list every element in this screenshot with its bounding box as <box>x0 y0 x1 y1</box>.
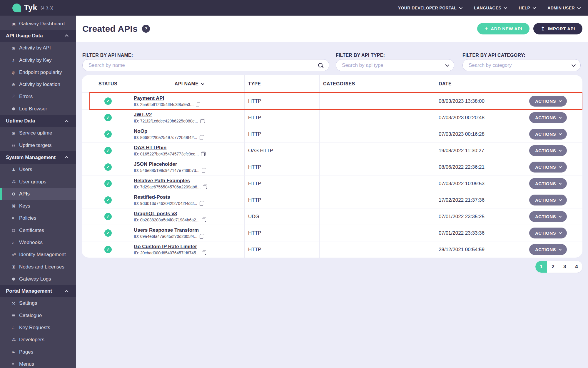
api-name-search-input[interactable] <box>88 62 318 68</box>
api-id-text: ID: 7d29ac67565045706a2209ab6... <box>134 185 201 189</box>
actions-button[interactable]: ACTIONS <box>529 244 567 255</box>
column-api-name[interactable]: API NAME <box>130 75 245 92</box>
topbar-menu-label: YOUR DEVELOPER PORTAL <box>398 6 457 10</box>
sidebar-item[interactable]: ❂ Certificates <box>0 224 76 236</box>
topbar-menu-item[interactable]: YOUR DEVELOPER PORTAL <box>398 6 462 10</box>
page-number[interactable]: 4 <box>571 261 582 273</box>
topbar-menu-label: ADMIN USER <box>547 6 575 10</box>
topbar-menu-item[interactable]: LANGUAGES <box>474 6 506 10</box>
sidebar-item[interactable]: ψ Endpoint popularity <box>0 66 76 78</box>
sidebar-item[interactable]: ⚙ APIs <box>0 188 76 200</box>
sidebar-item-label: Keys <box>19 203 30 209</box>
import-api-button[interactable]: IMPORT API <box>533 23 582 34</box>
actions-button[interactable]: ACTIONS <box>529 145 567 156</box>
sidebar-item-label: Service uptime <box>19 130 52 136</box>
copy-icon[interactable] <box>200 135 204 140</box>
sidebar-item[interactable]: Portal Management <box>0 285 76 297</box>
actions-button[interactable]: ACTIONS <box>529 195 567 205</box>
tyk-logo[interactable]: Tyk (4.3.3) <box>12 3 53 12</box>
copy-icon[interactable] <box>202 168 206 173</box>
sidebar-item[interactable]: ◉ Activity by API <box>0 42 76 54</box>
sidebar-item[interactable]: ☷ Uptime targets <box>0 139 76 151</box>
actions-cell: ACTIONS <box>510 159 582 175</box>
sidebar-item[interactable]: ⁂ User groups <box>0 176 76 188</box>
copy-icon[interactable] <box>201 119 205 123</box>
api-name-link[interactable]: Restified-Posts <box>134 194 170 200</box>
api-name-link[interactable]: JSON Placeholder <box>134 161 177 167</box>
actions-button[interactable]: ACTIONS <box>529 228 567 238</box>
check-circle-icon <box>104 147 112 154</box>
sidebar-item[interactable]: ⚉ Log Browser <box>0 103 76 115</box>
globe-icon: ⊕ <box>12 82 19 87</box>
help-icon[interactable]: ? <box>142 25 150 33</box>
api-name-link[interactable]: JWT-V2 <box>134 112 152 118</box>
filter-by-api-category: FILTER BY API CATEGORY: Search by catego… <box>462 53 581 71</box>
sidebar-item[interactable]: ♜ Nodes and Licenses <box>0 261 76 273</box>
copy-icon[interactable] <box>200 234 204 239</box>
topbar-menu-item[interactable]: ADMIN USER <box>547 6 580 10</box>
sidebar-item-label: Log Browser <box>19 106 47 112</box>
api-name-link[interactable]: Payment API <box>134 95 164 101</box>
sidebar-item[interactable]: ⚉ Gateway Logs <box>0 273 76 285</box>
table-row: Users Response Transform ID: 69a4e6fa47a… <box>82 225 582 241</box>
page-number[interactable]: 2 <box>547 261 559 273</box>
api-name-cell: Restified-Posts ID: 9ddb13d7462042f27042… <box>130 192 245 208</box>
api-id-text: ID: 0165227bc4354745773cfc9ce... <box>134 152 199 156</box>
copy-icon[interactable] <box>200 201 204 206</box>
api-type-select[interactable]: Search by api type <box>336 59 454 71</box>
monitor-icon: ▣ <box>12 21 19 26</box>
type-cell: HTTP <box>245 159 320 175</box>
sort-chevron-icon[interactable] <box>201 82 204 85</box>
sidebar-item[interactable]: ⌘ Keys <box>0 200 76 212</box>
sidebar-item[interactable]: ❧ Pages <box>0 346 76 358</box>
sidebar-item-label: APIs <box>19 191 30 197</box>
sidebar-item[interactable]: ◉ Service uptime <box>0 127 76 139</box>
sidebar-item[interactable]: ♟ Users <box>0 164 76 176</box>
page-number[interactable]: 3 <box>559 261 571 273</box>
api-name-link[interactable]: NoOp <box>134 128 147 134</box>
actions-button[interactable]: ACTIONS <box>529 162 567 173</box>
copy-icon[interactable] <box>202 251 206 255</box>
sidebar-item[interactable]: ⊕ Activity by location <box>0 78 76 90</box>
api-name-link[interactable]: GraphQL posts v3 <box>134 211 177 217</box>
sidebar-item[interactable]: ⁂ Developers <box>0 334 76 346</box>
sidebar-item-label: Key Requests <box>19 325 50 331</box>
actions-button[interactable]: ACTIONS <box>529 96 567 107</box>
categories-cell <box>320 208 435 225</box>
search-icon[interactable] <box>318 63 323 68</box>
sidebar-item[interactable]: ≡ Menus <box>0 358 76 368</box>
sidebar-item[interactable]: ♥ Policies <box>0 212 76 224</box>
page-number[interactable]: 1 <box>535 261 547 273</box>
sidebar-item[interactable]: ♪ Webhooks <box>0 236 76 248</box>
api-name-link[interactable]: Users Response Transform <box>134 227 199 233</box>
sidebar-item[interactable]: ▣ Gateway Dashboard <box>0 18 76 30</box>
copy-icon[interactable] <box>202 218 206 222</box>
sidebar-item[interactable]: ☰ Catalogue <box>0 309 76 321</box>
add-new-api-button[interactable]: ADD NEW API <box>477 23 529 34</box>
copy-icon[interactable] <box>201 152 206 156</box>
api-category-select[interactable]: Search by category <box>462 59 581 71</box>
sidebar-item[interactable]: ⚒ Settings <box>0 297 76 309</box>
sidebar-item[interactable]: API Usage Data <box>0 30 76 42</box>
topbar-menu-item[interactable]: HELP <box>519 6 535 10</box>
actions-button[interactable]: ACTIONS <box>529 129 567 140</box>
api-name-link[interactable]: Go Custom IP Rate Limiter <box>134 244 197 250</box>
sidebar: ▣ Gateway Dashboard API Usage Data ◉ Act… <box>0 16 76 368</box>
sidebar-item[interactable]: ⚷ Activity by Key <box>0 54 76 66</box>
actions-button[interactable]: ACTIONS <box>529 112 567 123</box>
sidebar-item[interactable]: ∴ Key Requests <box>0 321 76 334</box>
sidebar-item[interactable]: ☍ Identity Management <box>0 249 76 261</box>
date-cell: 07/01/2022 23:33:36 <box>435 225 510 241</box>
sidebar-item-label: Uptime Data <box>6 118 35 124</box>
sidebar-item[interactable]: Uptime Data <box>0 115 76 127</box>
copy-icon[interactable] <box>203 185 207 189</box>
api-name-cell: Relative Path Examples ID: 7d29ac6756504… <box>130 175 245 192</box>
copy-icon[interactable] <box>196 102 200 107</box>
column-categories: CATEGORIES <box>320 75 435 92</box>
sidebar-item[interactable]: System Management <box>0 151 76 163</box>
actions-button[interactable]: ACTIONS <box>529 211 567 222</box>
api-name-link[interactable]: Relative Path Examples <box>134 178 190 184</box>
api-name-link[interactable]: OAS HTTPbin <box>134 145 166 151</box>
actions-button[interactable]: ACTIONS <box>529 178 567 189</box>
sidebar-item[interactable]: ☄ Errors <box>0 91 76 103</box>
